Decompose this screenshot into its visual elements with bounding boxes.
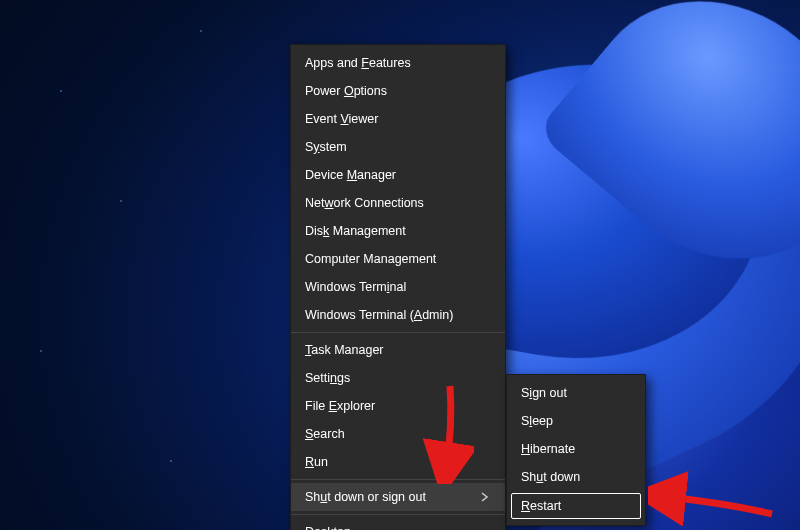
menu-item-search[interactable]: Search: [291, 420, 505, 448]
menu-item-label: Windows Terminal (Admin): [305, 308, 491, 322]
menu-item-windows-terminal[interactable]: Windows Terminal: [291, 273, 505, 301]
menu-item-windows-terminal-admin[interactable]: Windows Terminal (Admin): [291, 301, 505, 329]
menu-item-label: Event Viewer: [305, 112, 491, 126]
menu-item-label: File Explorer: [305, 399, 491, 413]
menu-item-task-manager[interactable]: Task Manager: [291, 336, 505, 364]
submenu-item-shut-down[interactable]: Shut down: [507, 463, 645, 491]
menu-item-system[interactable]: System: [291, 133, 505, 161]
shutdown-submenu: Sign outSleepHibernateShut downRestart: [506, 374, 646, 526]
menu-item-disk-management[interactable]: Disk Management: [291, 217, 505, 245]
menu-item-label: Disk Management: [305, 224, 491, 238]
submenu-item-label: Sign out: [521, 386, 631, 400]
menu-item-label: Search: [305, 427, 491, 441]
menu-item-device-manager[interactable]: Device Manager: [291, 161, 505, 189]
submenu-item-label: Restart: [521, 499, 631, 513]
menu-item-label: Device Manager: [305, 168, 491, 182]
menu-item-event-viewer[interactable]: Event Viewer: [291, 105, 505, 133]
menu-item-label: Apps and Features: [305, 56, 491, 70]
submenu-item-label: Shut down: [521, 470, 631, 484]
menu-item-computer-management[interactable]: Computer Management: [291, 245, 505, 273]
submenu-item-sign-out[interactable]: Sign out: [507, 379, 645, 407]
menu-item-label: Power Options: [305, 84, 491, 98]
menu-item-network-connections[interactable]: Network Connections: [291, 189, 505, 217]
menu-item-label: Windows Terminal: [305, 280, 491, 294]
menu-item-power-options[interactable]: Power Options: [291, 77, 505, 105]
menu-item-apps-and-features[interactable]: Apps and Features: [291, 49, 505, 77]
submenu-item-restart[interactable]: Restart: [511, 493, 641, 519]
submenu-item-hibernate[interactable]: Hibernate: [507, 435, 645, 463]
winx-context-menu: Apps and FeaturesPower OptionsEvent View…: [290, 44, 506, 530]
menu-item-label: Computer Management: [305, 252, 491, 266]
menu-item-label: Settings: [305, 371, 491, 385]
menu-item-settings[interactable]: Settings: [291, 364, 505, 392]
menu-separator: [291, 332, 505, 333]
menu-item-label: Run: [305, 455, 491, 469]
menu-item-run[interactable]: Run: [291, 448, 505, 476]
menu-item-desktop[interactable]: Desktop: [291, 518, 505, 530]
menu-item-label: System: [305, 140, 491, 154]
menu-item-shut-down-or-sign-out[interactable]: Shut down or sign out: [291, 483, 505, 511]
menu-item-file-explorer[interactable]: File Explorer: [291, 392, 505, 420]
menu-item-label: Network Connections: [305, 196, 491, 210]
submenu-item-sleep[interactable]: Sleep: [507, 407, 645, 435]
menu-item-label: Task Manager: [305, 343, 491, 357]
chevron-right-icon: [481, 492, 491, 502]
submenu-item-label: Hibernate: [521, 442, 631, 456]
submenu-item-label: Sleep: [521, 414, 631, 428]
menu-item-label: Shut down or sign out: [305, 490, 481, 504]
menu-item-label: Desktop: [305, 525, 491, 530]
menu-separator: [291, 479, 505, 480]
menu-separator: [291, 514, 505, 515]
